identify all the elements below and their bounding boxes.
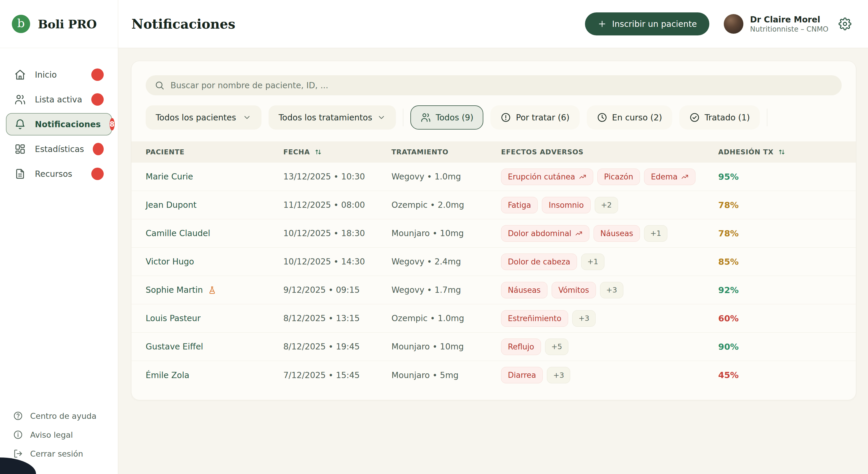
treatment: Wegovy • 1.7mg: [392, 285, 501, 295]
column-header[interactable]: ADHESIÓN TX: [718, 148, 842, 156]
filter-tab-todos[interactable]: Todos (9): [410, 105, 484, 130]
effect-chip[interactable]: Náuseas: [593, 225, 640, 242]
dropdown-treatments-filter[interactable]: Todos los tratamientos: [269, 105, 396, 130]
effect-chip[interactable]: Fatiga: [501, 197, 538, 213]
adhesion-value: 90%: [718, 342, 842, 352]
more-effects-chip[interactable]: +1: [581, 253, 604, 270]
column-header[interactable]: FECHA: [283, 148, 392, 156]
app-window: b Boli PRO Inicio Lista activa Notificac…: [0, 0, 868, 474]
sidebar-item-recursos[interactable]: Recursos: [6, 163, 112, 185]
patient-name[interactable]: Marie Curie: [146, 172, 193, 181]
filter-divider: [767, 109, 767, 126]
treatment: Mounjaro • 10mg: [392, 342, 501, 351]
lab-flask-icon: [208, 286, 217, 295]
sort-icon[interactable]: [778, 148, 786, 156]
effect-chip[interactable]: Diarrea: [501, 367, 543, 383]
user-profile[interactable]: Dr Claire Morel Nutritionniste – CNMO: [723, 14, 829, 34]
sidebar-item-inicio[interactable]: Inicio: [6, 63, 112, 86]
more-effects-chip[interactable]: +5: [545, 339, 568, 355]
sort-icon[interactable]: [314, 148, 322, 156]
sidebar-footer-label: Cerrar sesión: [30, 449, 83, 459]
more-effects-chip[interactable]: +2: [595, 197, 618, 213]
patient-cell: Sophie Martin: [146, 285, 283, 295]
patient-name[interactable]: Camille Claudel: [146, 229, 210, 238]
column-header: EFECTOS ADVERSOS: [501, 148, 718, 156]
effect-chip[interactable]: Dolor abdominal: [501, 225, 589, 242]
dropdown-patients-filter[interactable]: Todos los pacientes: [146, 105, 261, 130]
filter-tab-tratado[interactable]: Tratado (1): [679, 105, 760, 130]
patient-name[interactable]: Émile Zola: [146, 370, 189, 380]
trending-up-icon: [579, 173, 586, 181]
filter-tab-por-tratar[interactable]: Por tratar (6): [490, 105, 579, 130]
column-header-label: FECHA: [283, 148, 310, 156]
patient-cell: Victor Hugo: [146, 257, 283, 267]
filter-tab-en-curso[interactable]: En curso (2): [587, 105, 672, 130]
effect-chip[interactable]: Estreñimiento: [501, 310, 568, 327]
more-effects-chip[interactable]: +3: [572, 310, 596, 327]
search-icon: [155, 80, 164, 90]
notification-date: 8/12/2025 • 19:45: [283, 342, 392, 351]
search-input[interactable]: [170, 80, 833, 90]
treatment: Mounjaro • 5mg: [392, 370, 501, 380]
more-effects-chip[interactable]: +1: [644, 225, 668, 242]
effect-chip[interactable]: Picazón: [597, 169, 640, 185]
adhesion-value: 78%: [718, 229, 842, 238]
effect-chip-label: Estreñimiento: [508, 314, 561, 323]
sidebar-item-label: Lista activa: [35, 95, 82, 104]
help-circle-icon: [13, 411, 23, 421]
adverse-effects: Reflujo+5: [501, 339, 718, 355]
column-header-label: EFECTOS ADVERSOS: [501, 148, 584, 156]
trending-up-icon: [575, 230, 583, 237]
effect-chip[interactable]: Reflujo: [501, 339, 541, 355]
patient-cell: Jean Dupont: [146, 200, 283, 210]
table-row[interactable]: Sophie Martin 9/12/2025 • 09:15 Wegovy •…: [131, 276, 856, 304]
effect-chip[interactable]: Dolor de cabeza: [501, 253, 577, 270]
sidebar-item-lista-activa[interactable]: Lista activa: [6, 88, 112, 111]
table-row[interactable]: Gustave Eiffel 8/12/2025 • 19:45 Mounjar…: [131, 333, 856, 361]
user-avatar[interactable]: [723, 14, 744, 34]
effect-chip-label: Edema: [651, 172, 677, 181]
patient-name[interactable]: Gustave Eiffel: [146, 342, 203, 351]
sidebar-footer-centro-de-ayuda[interactable]: Centro de ayuda: [13, 411, 105, 421]
notification-date: 10/12/2025 • 14:30: [283, 257, 392, 267]
patient-name[interactable]: Louis Pasteur: [146, 313, 200, 323]
effect-chip[interactable]: Náuseas: [501, 282, 548, 298]
page-title: Notificaciones: [131, 16, 585, 32]
effect-chip[interactable]: Erupción cutánea: [501, 169, 593, 185]
effect-chip[interactable]: Insomnio: [542, 197, 591, 213]
patient-name[interactable]: Victor Hugo: [146, 257, 194, 267]
table-row[interactable]: Émile Zola 7/12/2025 • 15:45 Mounjaro • …: [131, 361, 856, 389]
table-row[interactable]: Jean Dupont 11/12/2025 • 08:00 Ozempic •…: [131, 191, 856, 219]
plus-icon: [597, 19, 607, 29]
table-body: Marie Curie 13/12/2025 • 10:30 Wegovy • …: [131, 163, 856, 389]
table-row[interactable]: Camille Claudel 10/12/2025 • 18:30 Mounj…: [131, 219, 856, 248]
more-effects-chip[interactable]: +3: [600, 282, 623, 298]
sidebar-item-estadisticas[interactable]: Estadísticas: [6, 138, 112, 160]
notifications-table: PACIENTE FECHA TRATAMIENTO EFECTOS ADVER…: [131, 141, 856, 389]
treatment: Ozempic • 1.0mg: [392, 313, 501, 323]
table-row[interactable]: Louis Pasteur 8/12/2025 • 13:15 Ozempic …: [131, 304, 856, 333]
table-row[interactable]: Victor Hugo 10/12/2025 • 14:30 Wegovy • …: [131, 248, 856, 276]
notification-count-badge: [93, 143, 104, 155]
clock-icon: [597, 112, 608, 123]
column-header-label: PACIENTE: [146, 148, 185, 156]
sidebar-item-notificaciones[interactable]: Notificaciones 8: [6, 113, 112, 135]
adhesion-value: 85%: [718, 257, 842, 267]
topbar: Notificaciones Inscribir un paciente Dr …: [118, 0, 868, 48]
sidebar-footer-aviso-legal[interactable]: Aviso legal: [13, 430, 105, 440]
enroll-patient-button[interactable]: Inscribir un paciente: [585, 12, 709, 35]
search-bar[interactable]: [146, 75, 842, 95]
more-effects-chip[interactable]: +3: [547, 367, 570, 383]
effect-chip[interactable]: Edema: [644, 169, 695, 185]
home-icon: [14, 69, 26, 80]
patient-name[interactable]: Sophie Martin: [146, 285, 203, 295]
effect-chip[interactable]: Vómitos: [552, 282, 596, 298]
patient-cell: Marie Curie: [146, 172, 283, 181]
effect-chip-label: Reflujo: [508, 342, 534, 351]
adverse-effects: Erupción cutáneaPicazónEdema: [501, 169, 718, 185]
sidebar-footer-cerrar-sesion[interactable]: Cerrar sesión: [13, 449, 105, 459]
table-row[interactable]: Marie Curie 13/12/2025 • 10:30 Wegovy • …: [131, 163, 856, 191]
app-logo[interactable]: b Boli PRO: [0, 0, 118, 48]
settings-icon[interactable]: [838, 18, 851, 30]
patient-name[interactable]: Jean Dupont: [146, 200, 196, 210]
